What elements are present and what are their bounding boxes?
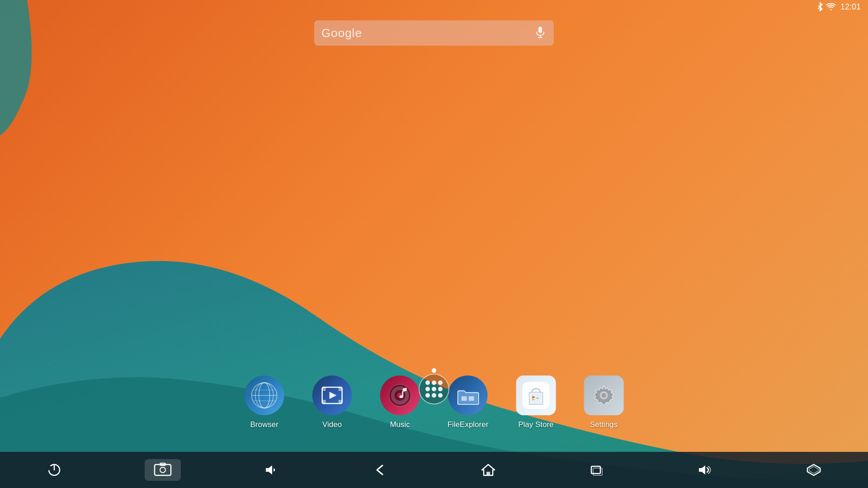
- browser-icon: [245, 375, 284, 415]
- grid-dot: [432, 380, 436, 385]
- recent-apps-button[interactable]: [579, 459, 615, 481]
- status-icons: 12:01: [816, 2, 861, 12]
- svg-point-20: [400, 395, 403, 398]
- back-button[interactable]: [362, 459, 398, 481]
- music-icon: [380, 375, 420, 415]
- grid-dot: [438, 380, 443, 385]
- menu-button[interactable]: [796, 459, 832, 481]
- power-icon: [47, 463, 61, 477]
- playstore-label: Play Store: [518, 420, 553, 429]
- app-drawer-button[interactable]: [419, 374, 449, 404]
- video-icon: [312, 375, 352, 415]
- screenshot-button[interactable]: [145, 459, 181, 481]
- grid-dot: [425, 380, 430, 385]
- grid-dot: [438, 387, 443, 391]
- volume-down-button[interactable]: [253, 459, 289, 481]
- svg-rect-12: [339, 387, 342, 391]
- svg-rect-22: [469, 396, 474, 401]
- page-dot-active: [432, 368, 436, 373]
- app-item-playstore[interactable]: Play Store: [515, 375, 556, 429]
- app-item-fileexplorer[interactable]: FileExplorer: [448, 375, 489, 429]
- grid-dot: [425, 393, 430, 398]
- recent-apps-icon: [589, 463, 605, 477]
- settings-icon-wrapper[interactable]: [583, 375, 624, 416]
- home-button[interactable]: [470, 459, 506, 481]
- dots-grid: [425, 380, 443, 398]
- menu-icon: [806, 463, 822, 477]
- app-item-video[interactable]: Video: [312, 375, 353, 429]
- svg-rect-39: [486, 472, 490, 475]
- music-icon-wrapper[interactable]: [380, 375, 420, 416]
- volume-up-button[interactable]: [687, 459, 723, 481]
- status-bar: 12:01: [778, 0, 868, 14]
- back-icon: [372, 463, 388, 477]
- svg-rect-13: [322, 400, 326, 404]
- volume-down-icon: [264, 463, 278, 477]
- power-button[interactable]: [36, 459, 72, 481]
- playstore-icon: [516, 375, 556, 415]
- grid-dot: [432, 387, 436, 391]
- fileexplorer-icon: [448, 375, 488, 415]
- browser-icon-wrapper[interactable]: [244, 375, 285, 416]
- page-indicator: [432, 368, 436, 373]
- grid-dot: [432, 393, 436, 398]
- svg-point-36: [160, 467, 165, 473]
- google-search-bar[interactable]: Google: [314, 20, 554, 46]
- search-bar-text: Google: [321, 26, 362, 40]
- fileexplorer-icon-wrapper[interactable]: [448, 375, 488, 416]
- bluetooth-icon: [816, 2, 823, 11]
- app-item-music[interactable]: Music: [380, 375, 420, 429]
- svg-marker-38: [266, 465, 272, 474]
- nav-bar: [0, 452, 868, 488]
- settings-label: Settings: [590, 420, 618, 429]
- microphone-icon[interactable]: [534, 25, 547, 41]
- svg-marker-44: [809, 466, 818, 474]
- fileexplorer-label: FileExplorer: [448, 420, 489, 429]
- grid-dot: [438, 393, 443, 398]
- svg-marker-15: [330, 392, 337, 399]
- svg-point-32: [601, 393, 606, 398]
- grid-dot: [425, 387, 430, 391]
- status-time: 12:01: [840, 2, 861, 12]
- browser-label: Browser: [250, 420, 278, 429]
- svg-rect-35: [155, 465, 171, 475]
- video-icon-wrapper[interactable]: [312, 375, 353, 416]
- svg-rect-0: [538, 27, 542, 33]
- playstore-icon-wrapper[interactable]: [515, 375, 556, 416]
- svg-rect-14: [339, 400, 342, 404]
- settings-icon: [584, 375, 623, 415]
- svg-rect-21: [462, 396, 467, 401]
- video-label: Video: [322, 420, 342, 429]
- screenshot-icon: [154, 463, 172, 477]
- wifi-icon: [826, 3, 836, 10]
- svg-rect-11: [322, 387, 326, 391]
- app-item-browser[interactable]: Browser: [244, 375, 285, 429]
- music-label: Music: [390, 420, 410, 429]
- app-item-settings[interactable]: Settings: [583, 375, 624, 429]
- volume-up-icon: [697, 463, 713, 477]
- home-icon: [480, 463, 496, 477]
- svg-marker-42: [699, 465, 705, 474]
